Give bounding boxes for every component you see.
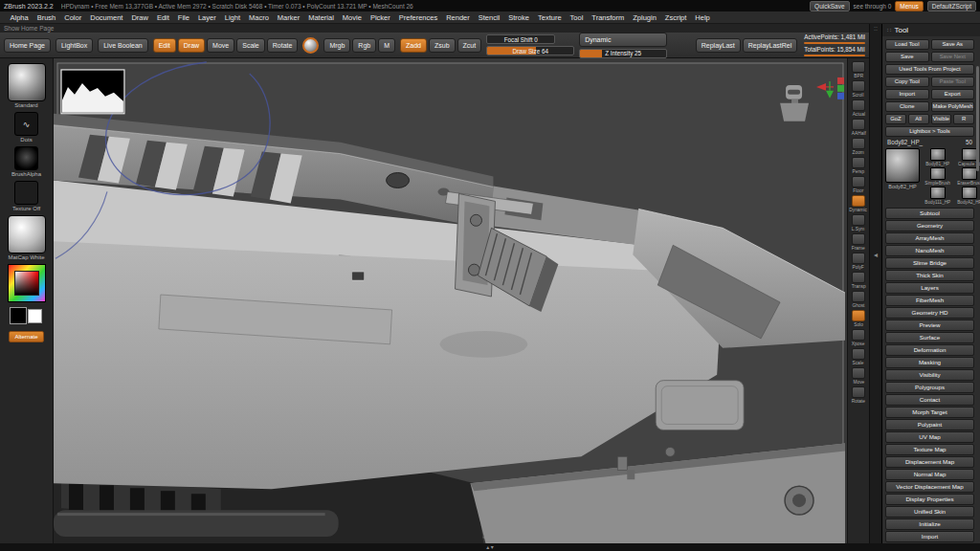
menu-item[interactable]: Brush [33,13,60,22]
viewport-toggle[interactable]: L.Sym [849,214,868,232]
goz-visible-button[interactable]: Visible [931,114,952,124]
paste-tool-button[interactable]: Paste Tool [931,77,975,87]
menu-item[interactable]: Stencil [474,13,504,22]
draw-size-slider[interactable]: Draw Size 64 [486,46,574,55]
viewport-canvas[interactable] [54,58,847,543]
viewport-toggle[interactable]: Persp [849,157,868,175]
tool-palette-header[interactable]: ∷ Tool [882,24,980,36]
menu-item[interactable]: Edit [152,13,173,22]
used-tools-button[interactable]: Used Tools From Project [885,64,974,75]
menu-item[interactable]: Movie [338,13,366,22]
menu-item[interactable]: Texture [533,13,566,22]
subpalette-header[interactable]: Visibility [885,369,974,381]
subpalette-header[interactable]: Texture Map [885,444,974,455]
subpalette-header[interactable]: Display Properties [885,494,974,505]
subpalette-header[interactable]: Geometry HD [885,307,974,319]
current-material-button[interactable] [302,37,319,54]
viewport-toggle[interactable]: Solo [849,310,868,328]
subpalette-header[interactable]: Thick Skin [885,270,974,281]
recent-tool[interactable]: Body111_HP [923,187,953,205]
tray-collapse-icon[interactable]: ◂ [874,251,878,259]
subpalette-header[interactable]: NanoMesh [885,245,974,256]
rgb-button[interactable]: Rgb [352,38,376,53]
subpalette-header[interactable]: Slime Bridge [885,257,974,269]
viewport-toggle[interactable]: Zoom [849,138,868,156]
lightbox-button[interactable]: LightBox [56,38,93,53]
z-intensity-slider[interactable]: Z Intensity 25 [579,49,667,58]
save-next-button[interactable]: Save Next [931,52,975,62]
lightbox-tools-button[interactable]: Lightbox > Tools [885,126,974,137]
menu-item[interactable]: Layer [193,13,220,22]
subpalette-header[interactable]: Subtool [885,208,974,219]
menus-toggle[interactable]: Menus [895,1,924,11]
import-button[interactable]: Import [885,89,929,99]
menu-item[interactable]: Zscript [660,13,691,22]
move-mode-button[interactable]: Move [207,38,234,53]
subpalette-header[interactable]: Initialize [885,518,974,530]
viewport-toggle[interactable]: Ghost [849,291,868,309]
subpalette-header[interactable]: Layers [885,282,974,294]
alternate-color-button[interactable]: Alternate [9,331,43,342]
recent-tool[interactable]: SimpleBrush [923,167,953,186]
make-polymesh3d-button[interactable]: Make PolyMesh3D [931,101,975,112]
viewport-toggle[interactable]: Scale [849,348,868,366]
menu-item[interactable]: Render [442,13,475,22]
subpalette-header[interactable]: Unified Skin [885,506,974,518]
scale-mode-button[interactable]: Scale [236,38,265,53]
main-color-swatch[interactable] [10,307,27,324]
draw-mode-button[interactable]: Draw [178,38,205,53]
stroke-selector[interactable]: ∿ Dots [14,112,38,143]
menu-item[interactable]: Picker [366,13,394,22]
replay-last-rel-button[interactable]: ReplayLastRel [743,38,798,53]
subpalette-header[interactable]: Surface [885,332,974,343]
tray-divider[interactable]: :: ◂ [869,24,881,543]
save-button[interactable]: Save [885,52,929,62]
focal-shift-slider[interactable]: Focal Shift 0 [486,34,555,44]
rotate-mode-button[interactable]: Rotate [267,38,299,53]
recent-tool[interactable]: Body81_HP [923,148,953,166]
menu-item[interactable]: Tool [566,13,588,22]
subpalette-header[interactable]: Deformation [885,344,974,356]
dynamic-toggle[interactable]: Dynamic [579,33,667,47]
viewport-toggle[interactable]: Xpose [849,329,868,347]
subpalette-header[interactable]: Polypaint [885,419,974,430]
menu-item[interactable]: Color [60,13,86,22]
menu-item[interactable]: Stroke [504,13,534,22]
subpalette-header[interactable]: Masking [885,357,974,368]
texture-selector[interactable]: Texture Off [12,181,40,212]
viewport-toggle[interactable]: Frame [849,233,868,252]
secondary-color-swatch[interactable] [28,309,42,323]
viewport-toggle[interactable]: PolyF [849,253,868,271]
viewport-toggle[interactable]: Scroll [849,80,868,99]
copy-tool-button[interactable]: Copy Tool [885,77,929,87]
subpalette-header[interactable]: Normal Map [885,469,974,480]
edit-mode-button[interactable]: Edit [153,38,176,53]
menu-item[interactable]: Transform [588,13,629,22]
replay-last-button[interactable]: ReplayLast [696,38,741,53]
zcut-button[interactable]: Zcut [457,38,482,53]
live-boolean-button[interactable]: Live Boolean [98,38,147,53]
load-tool-button[interactable]: Load Tool [885,39,929,50]
subpalette-header[interactable]: Polygroups [885,382,974,393]
goz-all-button[interactable]: All [908,114,929,124]
m-button[interactable]: M [378,38,395,53]
viewport-toggle[interactable]: Move [849,367,868,386]
active-tool-slot[interactable]: Body82_HP [885,148,920,189]
quicksave-button[interactable]: QuickSave [810,1,849,11]
subpalette-header[interactable]: Displacement Map [885,456,974,468]
viewport-toggle[interactable]: Dynamic [849,195,868,213]
viewport-toggle[interactable]: AAHalf [849,119,868,137]
recent-tool[interactable]: BodyA2_HP [955,187,980,205]
tool-palette-scrollbar[interactable] [976,66,979,171]
menu-item[interactable]: Preferences [394,13,441,22]
menu-item[interactable]: Document [86,13,127,22]
zadd-button[interactable]: Zadd [400,38,427,53]
color-picker-sv-square[interactable] [14,271,39,296]
material-selector[interactable]: MatCap White [8,215,46,261]
menu-item[interactable]: Draw [127,13,153,22]
menu-item[interactable]: Material [304,13,339,22]
subpalette-header[interactable]: Contact [885,394,974,406]
mrgb-button[interactable]: Mrgb [323,38,350,53]
subpalette-header[interactable]: FiberMesh [885,295,974,306]
viewport-toggle[interactable]: Actual [849,99,868,118]
